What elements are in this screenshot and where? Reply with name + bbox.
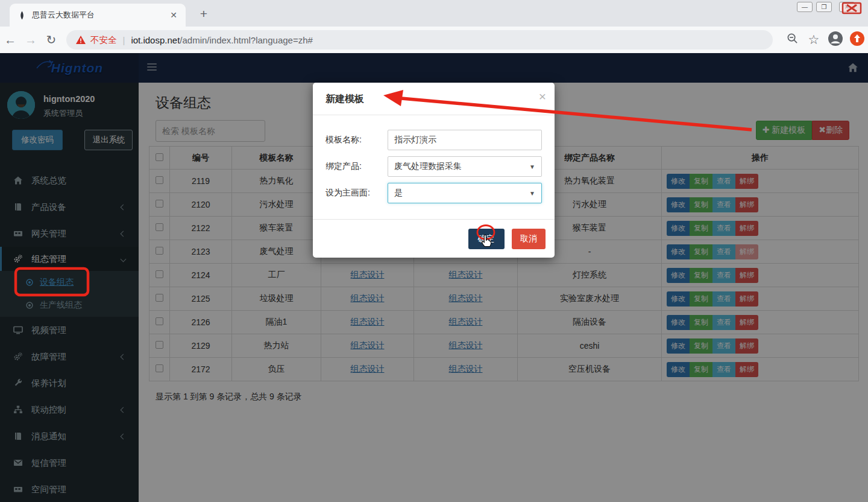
back-icon[interactable]: ← bbox=[0, 33, 20, 47]
bookmark-star-icon[interactable]: ☆ bbox=[803, 33, 825, 47]
form-row: 模板名称: bbox=[326, 130, 542, 150]
security-warning-label[interactable]: 不安全 bbox=[90, 34, 117, 46]
warning-icon bbox=[76, 36, 86, 44]
form-row: 绑定产品:废气处理数据采集▼ bbox=[326, 156, 542, 177]
address-field[interactable]: 不安全 | iot.idosp.net/admin/index.html?lan… bbox=[66, 30, 773, 49]
tab-strip: 思普云大数据平台 ✕ + — ❐ ✕ bbox=[0, 0, 868, 27]
chevron-down-icon: ▼ bbox=[529, 164, 535, 170]
new-template-modal: 新建模板 × 模板名称:绑定产品:废气处理数据采集▼设为主画面:是▼ 确定 取消 bbox=[313, 83, 555, 258]
template-name-input[interactable] bbox=[388, 130, 542, 150]
window-minimize-button[interactable]: — bbox=[797, 2, 813, 12]
reload-icon[interactable]: ↻ bbox=[41, 33, 61, 47]
field-label: 绑定产品: bbox=[326, 161, 388, 172]
url-bar: ← → ↻ 不安全 | iot.idosp.net/admin/index.ht… bbox=[0, 27, 868, 53]
cancel-button[interactable]: 取消 bbox=[512, 229, 546, 249]
confirm-button[interactable]: 确定 bbox=[468, 229, 505, 249]
main-screen-select[interactable]: 是▼ bbox=[388, 183, 542, 203]
app-frame: Hignton hignton2020 系统管理员 修改密码 退出系统 系统总览… bbox=[0, 53, 868, 502]
favicon bbox=[18, 11, 26, 20]
url-path: /admin/index.html?language=zh# bbox=[180, 35, 313, 45]
url-separator: | bbox=[123, 35, 125, 45]
forward-icon[interactable]: → bbox=[20, 33, 41, 47]
profile-avatar-icon[interactable] bbox=[825, 31, 846, 49]
modal-title: 新建模板 bbox=[326, 94, 364, 104]
modal-form: 模板名称:绑定产品:废气处理数据采集▼设为主画面:是▼ bbox=[313, 115, 555, 203]
field-label: 模板名称: bbox=[326, 135, 388, 145]
modal-close-icon[interactable]: × bbox=[539, 90, 546, 103]
chevron-down-icon: ▼ bbox=[529, 190, 535, 197]
zoom-out-icon[interactable] bbox=[781, 33, 803, 47]
window-restore-button[interactable]: ❐ bbox=[816, 2, 832, 12]
bind-product-select[interactable]: 废气处理数据采集▼ bbox=[388, 156, 542, 177]
window-close-button[interactable]: ✕ bbox=[839, 2, 855, 12]
select-value: 废气处理数据采集 bbox=[394, 161, 462, 172]
url-domain: iot.idosp.net bbox=[131, 35, 180, 45]
extension-update-icon[interactable] bbox=[846, 31, 868, 49]
select-value: 是 bbox=[394, 188, 403, 199]
field-label: 设为主画面: bbox=[326, 188, 388, 199]
tab-close-icon[interactable]: ✕ bbox=[168, 10, 180, 20]
browser-chrome: 思普云大数据平台 ✕ + — ❐ ✕ ← → ↻ 不安全 | iot.idosp… bbox=[0, 0, 868, 53]
tab-title: 思普云大数据平台 bbox=[32, 10, 168, 21]
browser-tab[interactable]: 思普云大数据平台 ✕ bbox=[10, 4, 186, 27]
form-row: 设为主画面:是▼ bbox=[326, 183, 542, 203]
new-tab-button[interactable]: + bbox=[195, 6, 212, 23]
